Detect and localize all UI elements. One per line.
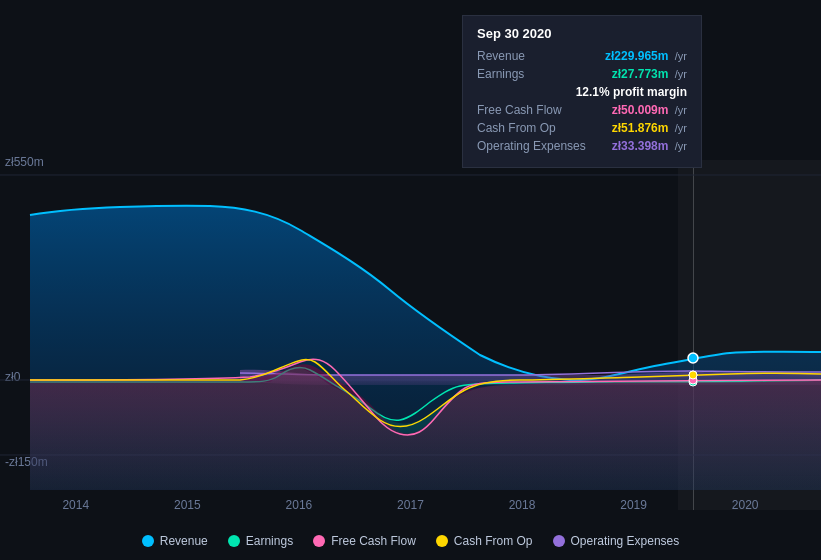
x-label-2019: 2019 bbox=[620, 498, 647, 512]
legend-label-operating-expenses: Operating Expenses bbox=[571, 534, 680, 548]
x-label-2017: 2017 bbox=[397, 498, 424, 512]
tooltip-free-cash-row: Free Cash Flow zł50.009m /yr bbox=[477, 103, 687, 117]
tooltip-cash-from-op-value: zł51.876m bbox=[612, 121, 669, 135]
legend-dot-revenue bbox=[142, 535, 154, 547]
legend-item-operating-expenses[interactable]: Operating Expenses bbox=[553, 534, 680, 548]
x-label-2015: 2015 bbox=[174, 498, 201, 512]
tooltip-earnings-row: Earnings zł27.773m /yr bbox=[477, 67, 687, 81]
x-axis-labels: 2014 2015 2016 2017 2018 2019 2020 bbox=[0, 498, 821, 512]
tooltip-box: Sep 30 2020 Revenue zł229.965m /yr Earni… bbox=[462, 15, 702, 168]
tooltip-date: Sep 30 2020 bbox=[477, 26, 687, 41]
legend-label-cash-from-op: Cash From Op bbox=[454, 534, 533, 548]
tooltip-cash-from-op-label: Cash From Op bbox=[477, 121, 556, 135]
tooltip-earnings-value: zł27.773m bbox=[612, 67, 669, 81]
legend-item-cash-from-op[interactable]: Cash From Op bbox=[436, 534, 533, 548]
tooltip-revenue-value: zł229.965m bbox=[605, 49, 668, 63]
legend-item-earnings[interactable]: Earnings bbox=[228, 534, 293, 548]
tooltip-free-cash-unit: /yr bbox=[675, 104, 687, 116]
tooltip-op-expenses-label: Operating Expenses bbox=[477, 139, 586, 153]
tooltip-free-cash-label: Free Cash Flow bbox=[477, 103, 562, 117]
tooltip-revenue-unit: /yr bbox=[675, 50, 687, 62]
tooltip-earnings-label: Earnings bbox=[477, 67, 524, 81]
legend-item-free-cash-flow[interactable]: Free Cash Flow bbox=[313, 534, 416, 548]
profit-margin: 12.1% profit margin bbox=[477, 85, 687, 99]
legend-label-free-cash-flow: Free Cash Flow bbox=[331, 534, 416, 548]
x-label-2014: 2014 bbox=[62, 498, 89, 512]
legend-dot-cash-from-op bbox=[436, 535, 448, 547]
svg-point-7 bbox=[689, 371, 697, 379]
legend-dot-earnings bbox=[228, 535, 240, 547]
tooltip-revenue-row: Revenue zł229.965m /yr bbox=[477, 49, 687, 63]
chart-legend: Revenue Earnings Free Cash Flow Cash Fro… bbox=[0, 534, 821, 548]
tooltip-cash-from-op-row: Cash From Op zł51.876m /yr bbox=[477, 121, 687, 135]
svg-point-3 bbox=[688, 353, 698, 363]
chart-container: Sep 30 2020 Revenue zł229.965m /yr Earni… bbox=[0, 0, 821, 560]
legend-label-revenue: Revenue bbox=[160, 534, 208, 548]
legend-label-earnings: Earnings bbox=[246, 534, 293, 548]
tooltip-op-expenses-unit: /yr bbox=[675, 140, 687, 152]
tooltip-op-expenses-row: Operating Expenses zł33.398m /yr bbox=[477, 139, 687, 153]
tooltip-free-cash-value: zł50.009m bbox=[612, 103, 669, 117]
legend-dot-operating-expenses bbox=[553, 535, 565, 547]
tooltip-op-expenses-value: zł33.398m bbox=[612, 139, 669, 153]
tooltip-cash-from-op-unit: /yr bbox=[675, 122, 687, 134]
x-label-2016: 2016 bbox=[286, 498, 313, 512]
legend-dot-free-cash-flow bbox=[313, 535, 325, 547]
legend-item-revenue[interactable]: Revenue bbox=[142, 534, 208, 548]
tooltip-revenue-label: Revenue bbox=[477, 49, 525, 63]
x-label-2018: 2018 bbox=[509, 498, 536, 512]
tooltip-earnings-unit: /yr bbox=[675, 68, 687, 80]
chart-svg bbox=[0, 160, 821, 490]
x-label-2020: 2020 bbox=[732, 498, 759, 512]
